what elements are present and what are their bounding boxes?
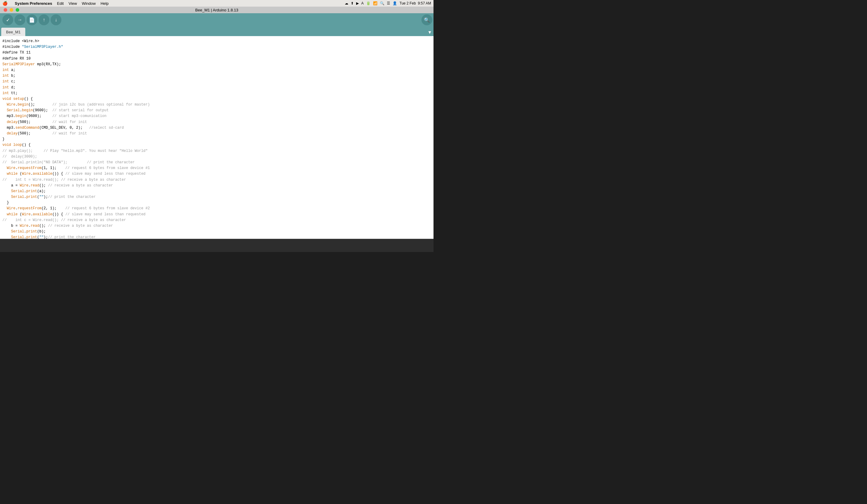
wifi-icon[interactable]: 📶 (373, 1, 377, 6)
console-output (0, 239, 434, 252)
font-icon[interactable]: A (361, 1, 364, 6)
window-title: Bee_M1 | Arduino 1.8.13 (195, 8, 238, 12)
battery-icon: 🔋 (366, 1, 371, 6)
close-button[interactable] (3, 8, 7, 12)
upload-button[interactable]: → (14, 14, 25, 25)
icloud-icon[interactable]: ☁ (345, 1, 348, 6)
tab-bar: Bee_M1 ▾ (0, 26, 434, 36)
save-button[interactable]: ↓ (51, 14, 61, 25)
tab-label: Bee_M1 (6, 30, 21, 34)
code-editor[interactable]: #include <Wire.h> #include "SerialMP3Pla… (0, 36, 434, 239)
play-icon[interactable]: ▶ (356, 1, 359, 6)
open-button[interactable]: ↑ (39, 14, 50, 25)
window-controls (3, 8, 19, 12)
search-icon[interactable]: 🔍 (380, 1, 384, 6)
menubar: 🍎 System Preferences Edit View Window He… (0, 0, 434, 7)
menu-window[interactable]: Window (82, 1, 96, 6)
tab-dropdown-icon[interactable]: ▾ (428, 29, 431, 35)
code-content: #include <Wire.h> #include "SerialMP3Pla… (2, 39, 431, 239)
titlebar: Bee_M1 | Arduino 1.8.13 (0, 7, 434, 13)
apple-menu[interactable]: 🍎 (2, 1, 8, 6)
serial-monitor-button[interactable]: 🔍 (421, 14, 432, 25)
verify-button[interactable]: ✓ (2, 14, 13, 25)
minimize-button[interactable] (10, 8, 13, 12)
user-icon[interactable]: 👤 (393, 1, 397, 6)
maximize-button[interactable] (16, 8, 19, 12)
new-button[interactable]: 📄 (26, 14, 37, 25)
datetime-display: Tue 2 Feb 9:57 AM (399, 1, 431, 6)
arduino-toolbar: ✓ → 📄 ↑ ↓ 🔍 (0, 13, 434, 26)
upload-icon[interactable]: ⬆ (351, 1, 354, 6)
menu-system-preferences[interactable]: System Preferences (15, 1, 52, 6)
notification-icon[interactable]: ☰ (387, 1, 390, 6)
menu-help[interactable]: Help (100, 1, 109, 6)
menu-edit[interactable]: Edit (57, 1, 64, 6)
tab-bee-m1[interactable]: Bee_M1 (1, 28, 25, 36)
menu-view[interactable]: View (69, 1, 77, 6)
